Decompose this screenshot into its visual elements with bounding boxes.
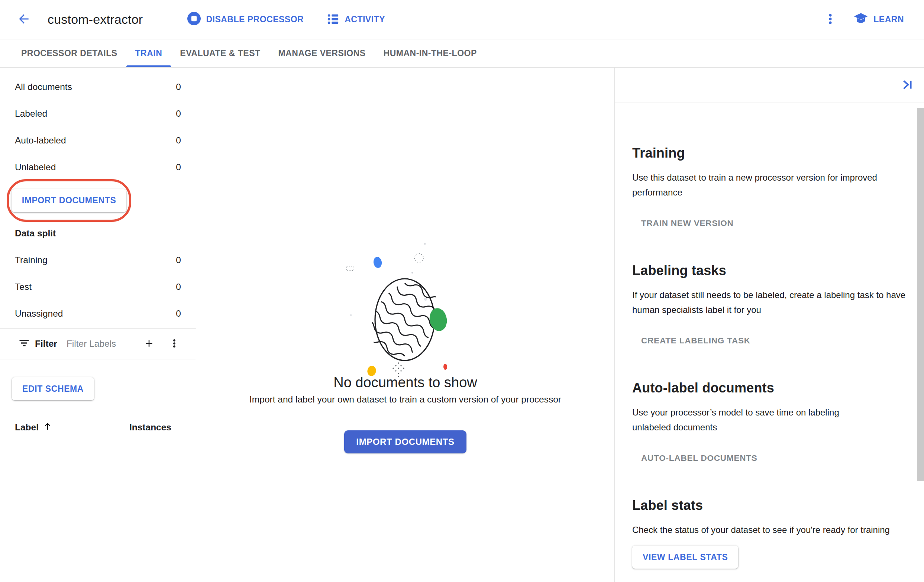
activity-label: ACTIVITY — [345, 15, 385, 25]
stat-label: Unassigned — [15, 308, 63, 319]
add-label-button[interactable] — [141, 336, 157, 352]
stop-circle-icon — [187, 12, 201, 28]
filter-label: Filter — [35, 338, 57, 349]
graduation-cap-icon — [853, 11, 868, 28]
stat-count: 0 — [176, 255, 181, 265]
import-documents-primary-button[interactable]: IMPORT DOCUMENTS — [344, 430, 466, 453]
sidebar-item-unassigned[interactable]: Unassigned 0 — [0, 300, 196, 327]
section-body: Check the status of your dataset to see … — [632, 523, 893, 537]
tab-evaluate-test[interactable]: EVALUATE & TEST — [171, 40, 269, 67]
stat-label: Unlabeled — [15, 162, 56, 172]
view-label-stats-button[interactable]: VIEW LABEL STATS — [632, 546, 738, 569]
filter-labels-input[interactable] — [66, 338, 141, 349]
overflow-menu-button[interactable] — [822, 12, 838, 28]
empty-state-illustration — [338, 242, 472, 379]
list-icon — [327, 12, 339, 27]
arrow-left-icon — [17, 12, 31, 27]
chevron-right-to-bar-icon — [901, 77, 915, 93]
section-body: Use this dataset to train a new processo… — [632, 170, 878, 200]
empty-state-title: No documents to show — [333, 374, 477, 391]
auto-label-documents-button[interactable]: AUTO-LABEL DOCUMENTS — [632, 449, 766, 468]
learn-button[interactable]: LEARN — [853, 11, 904, 28]
disable-processor-button[interactable]: DISABLE PROCESSOR — [187, 12, 304, 28]
section-title: Labeling tasks — [632, 262, 909, 279]
filter-menu-button[interactable] — [166, 336, 183, 352]
red-annotation-circle: IMPORT DOCUMENTS — [7, 179, 131, 222]
section-title: Auto-label documents — [632, 380, 909, 396]
create-labeling-task-button[interactable]: CREATE LABELING TASK — [632, 331, 759, 350]
stat-label: All documents — [15, 82, 72, 92]
sidebar-item-all-documents[interactable]: All documents 0 — [0, 74, 196, 101]
label-filter-row: Filter — [0, 328, 196, 359]
sidebar-item-labeled[interactable]: Labeled 0 — [0, 101, 196, 127]
stat-count: 0 — [176, 109, 181, 119]
tab-processor-details[interactable]: PROCESSOR DETAILS — [12, 40, 126, 67]
disable-processor-label: DISABLE PROCESSOR — [206, 15, 304, 25]
sidebar-item-auto-labeled[interactable]: Auto-labeled 0 — [0, 127, 196, 154]
learn-label: LEARN — [873, 15, 904, 25]
tab-bar: PROCESSOR DETAILS TRAIN EVALUATE & TEST … — [0, 40, 924, 68]
sidebar-item-unlabeled[interactable]: Unlabeled 0 — [0, 154, 196, 181]
tab-human-in-the-loop[interactable]: HUMAN-IN-THE-LOOP — [375, 40, 486, 67]
back-button[interactable] — [15, 11, 33, 29]
empty-state-subtitle: Import and label your own dataset to tra… — [249, 394, 561, 405]
filter-lines-icon — [18, 338, 30, 350]
label-stats-section: Label stats Check the status of your dat… — [632, 497, 909, 569]
activity-button[interactable]: ACTIVITY — [327, 12, 385, 27]
side-panel-body: Training Use this dataset to train a new… — [615, 103, 924, 569]
side-panel-header — [615, 68, 924, 103]
stat-count: 0 — [176, 135, 181, 146]
plus-icon — [144, 338, 155, 350]
sidebar-item-test[interactable]: Test 0 — [0, 274, 196, 300]
stat-count: 0 — [176, 308, 181, 319]
kebab-vertical-icon — [824, 13, 837, 26]
page-title: custom-extractor — [48, 12, 143, 27]
train-new-version-button[interactable]: TRAIN NEW VERSION — [632, 214, 742, 232]
import-documents-sidebar-button[interactable]: IMPORT DOCUMENTS — [12, 189, 127, 212]
arrow-up-icon — [42, 421, 53, 434]
kebab-vertical-icon — [169, 338, 180, 350]
instances-column-header: Instances — [129, 422, 172, 433]
edit-schema-button[interactable]: EDIT SCHEMA — [12, 377, 94, 400]
tab-train[interactable]: TRAIN — [126, 40, 172, 67]
sidebar-item-training[interactable]: Training 0 — [0, 247, 196, 274]
page-scrollbar[interactable] — [917, 108, 924, 481]
stat-label: Auto-labeled — [15, 135, 66, 146]
training-side-panel: Training Use this dataset to train a new… — [614, 68, 924, 582]
stat-label: Test — [15, 282, 31, 292]
stat-count: 0 — [176, 282, 181, 292]
stat-count: 0 — [176, 82, 181, 92]
section-body: If your dataset still needs to be labele… — [632, 288, 909, 317]
tab-manage-versions[interactable]: MANAGE VERSIONS — [269, 40, 375, 67]
labeling-tasks-section: Labeling tasks If your dataset still nee… — [632, 262, 909, 350]
dataset-sidebar: All documents 0 Labeled 0 Auto-labeled 0… — [0, 68, 196, 582]
label-column-header[interactable]: Label — [15, 421, 53, 434]
stat-label: Labeled — [15, 109, 47, 119]
training-section: Training Use this dataset to train a new… — [632, 145, 909, 232]
stat-count: 0 — [176, 162, 181, 172]
section-body: Use your processor’s model to save time … — [632, 405, 855, 435]
label-table-header: Label Instances — [0, 421, 196, 434]
collapse-panel-button[interactable] — [899, 77, 916, 93]
section-title: Training — [632, 145, 909, 161]
auto-label-section: Auto-label documents Use your processor’… — [632, 380, 909, 468]
data-split-header: Data split — [0, 228, 196, 239]
stat-label: Training — [15, 255, 48, 265]
section-title: Label stats — [632, 497, 909, 514]
documents-empty-state: No documents to show Import and label yo… — [196, 68, 614, 582]
top-bar: custom-extractor DISABLE PROCESSOR ACTIV… — [0, 0, 924, 40]
